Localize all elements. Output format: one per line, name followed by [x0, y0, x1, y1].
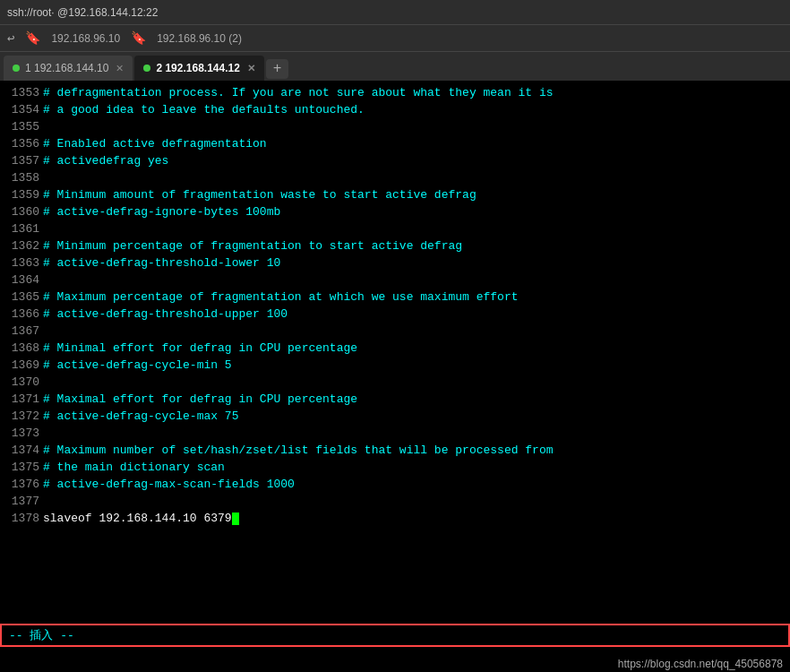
line-content: # Maximum number of set/hash/zset/list f… — [43, 442, 554, 459]
terminal-line: 1368# Minimal effort for defrag in CPU p… — [5, 340, 785, 357]
terminal-line: 1374# Maximum number of set/hash/zset/li… — [5, 442, 785, 459]
line-number: 1362 — [5, 237, 39, 254]
line-number: 1359 — [5, 186, 39, 203]
line-content: # active-defrag-cycle-max 75 — [43, 408, 238, 425]
line-content: # active-defrag-ignore-bytes 100mb — [43, 203, 280, 220]
tab1-dot — [13, 65, 20, 72]
line-content: # defragmentation process. If you are no… — [43, 84, 554, 101]
line-number: 1376 — [5, 476, 39, 493]
terminal-line: 1362# Minimum percentage of fragmentatio… — [5, 237, 785, 254]
line-number: 1367 — [5, 323, 39, 340]
tab-2[interactable]: 2 192.168.144.12 ✕ — [134, 56, 263, 81]
tabs-bar: 1 192.168.144.10 ✕ 2 192.168.144.12 ✕ + — [0, 52, 790, 81]
terminal-line: 1355 — [5, 118, 785, 135]
line-content: # active-defrag-threshold-upper 100 — [43, 306, 288, 323]
line-content: # Maximum percentage of fragmentation at… — [43, 289, 519, 306]
line-number: 1375 — [5, 459, 39, 476]
terminal-line: 1353# defragmentation process. If you ar… — [5, 84, 785, 101]
tab2-label: 2 192.168.144.12 — [156, 62, 239, 74]
line-number: 1358 — [5, 169, 39, 186]
toolbar: ↩ 🔖 192.168.96.10 🔖 192.168.96.10 (2) — [0, 25, 790, 52]
terminal-line: 1373 — [5, 425, 785, 442]
status-bar: https://blog.csdn.net/qq_45056878 — [0, 656, 790, 672]
terminal-line: 1377 — [5, 493, 785, 510]
line-content: # active-defrag-cycle-min 5 — [43, 357, 232, 374]
new-tab-button[interactable]: + — [266, 59, 289, 79]
tab-1[interactable]: 1 192.168.144.10 ✕ — [4, 56, 133, 81]
terminal-line: 1356# Enabled active defragmentation — [5, 135, 785, 152]
terminal-line: 1363# active-defrag-threshold-lower 10 — [5, 254, 785, 271]
line-content: # the main dictionary scan — [43, 459, 225, 476]
insert-mode-bar: -- 插入 -- — [0, 624, 790, 647]
terminal-line: 1371# Maximal effort for defrag in CPU p… — [5, 391, 785, 408]
line-number: 1378 — [5, 510, 39, 527]
insert-label: -- 插入 -- — [9, 629, 74, 642]
terminal-line: 1365# Maximum percentage of fragmentatio… — [5, 289, 785, 306]
text-cursor — [232, 513, 239, 525]
terminal-line: 1359# Minimum amount of fragmentation wa… — [5, 186, 785, 203]
terminal-line: 1364 — [5, 271, 785, 289]
terminal-line: 1358 — [5, 169, 785, 186]
line-number: 1377 — [5, 493, 39, 510]
bookmark-icon2[interactable]: 🔖 — [131, 30, 146, 46]
line-content: # Minimal effort for defrag in CPU perce… — [43, 340, 357, 357]
line-number: 1355 — [5, 118, 39, 135]
tab1-close[interactable]: ✕ — [116, 63, 124, 74]
terminal: 1353# defragmentation process. If you ar… — [0, 81, 790, 672]
line-content: # activedefrag yes — [43, 152, 168, 169]
line-content: # Minimum percentage of fragmentation to… — [43, 237, 462, 254]
line-number: 1368 — [5, 340, 39, 357]
line-content: # Enabled active defragmentation — [43, 135, 267, 152]
line-content: slaveof 192.168.144.10 6379 — [43, 510, 239, 527]
line-number: 1353 — [5, 84, 39, 101]
line-number: 1356 — [5, 135, 39, 152]
line-number: 1366 — [5, 306, 39, 323]
terminal-line: 1360# active-defrag-ignore-bytes 100mb — [5, 203, 785, 220]
terminal-line: 1375# the main dictionary scan — [5, 459, 785, 476]
bookmark1[interactable]: 192.168.96.10 — [51, 32, 120, 45]
terminal-line: 1367 — [5, 323, 785, 340]
terminal-line: 1354# a good idea to leave the defaults … — [5, 101, 785, 118]
terminal-line: 1369# active-defrag-cycle-min 5 — [5, 357, 785, 374]
bookmark2[interactable]: 192.168.96.10 (2) — [157, 32, 242, 45]
line-number: 1372 — [5, 408, 39, 425]
line-number: 1357 — [5, 152, 39, 169]
tab2-close[interactable]: ✕ — [247, 63, 255, 74]
line-content: # active-defrag-threshold-lower 10 — [43, 254, 280, 271]
title-bar: ssh://root· @192.168.144.12:22 — [0, 0, 790, 25]
line-content: # a good idea to leave the defaults unto… — [43, 101, 365, 118]
line-number: 1370 — [5, 374, 39, 391]
line-content: # Minimum amount of fragmentation waste … — [43, 186, 477, 203]
bookmark-icon[interactable]: 🔖 — [25, 30, 40, 46]
line-number: 1354 — [5, 101, 39, 118]
terminal-line: 1376# active-defrag-max-scan-fields 1000 — [5, 476, 785, 493]
terminal-line: 1361 — [5, 220, 785, 237]
line-number: 1360 — [5, 203, 39, 220]
line-number: 1369 — [5, 357, 39, 374]
line-number: 1371 — [5, 391, 39, 408]
terminal-line: 1366# active-defrag-threshold-upper 100 — [5, 306, 785, 323]
title-text: ssh://root· @192.168.144.12:22 — [7, 6, 158, 19]
line-content: # active-defrag-max-scan-fields 1000 — [43, 476, 295, 493]
terminal-line: 1370 — [5, 374, 785, 391]
terminal-line: 1357# activedefrag yes — [5, 152, 785, 169]
tab2-dot — [143, 65, 150, 72]
line-number: 1374 — [5, 442, 39, 459]
tab1-label: 1 192.168.144.10 — [25, 62, 108, 74]
line-number: 1361 — [5, 220, 39, 237]
terminal-line: 1372# active-defrag-cycle-max 75 — [5, 408, 785, 425]
line-number: 1363 — [5, 254, 39, 271]
status-url: https://blog.csdn.net/qq_45056878 — [618, 658, 783, 670]
line-number: 1364 — [5, 271, 39, 289]
back-icon[interactable]: ↩ — [7, 30, 14, 46]
line-number: 1365 — [5, 289, 39, 306]
line-content: # Maximal effort for defrag in CPU perce… — [43, 391, 357, 408]
terminal-line: 1378slaveof 192.168.144.10 6379 — [5, 510, 785, 527]
line-number: 1373 — [5, 425, 39, 442]
